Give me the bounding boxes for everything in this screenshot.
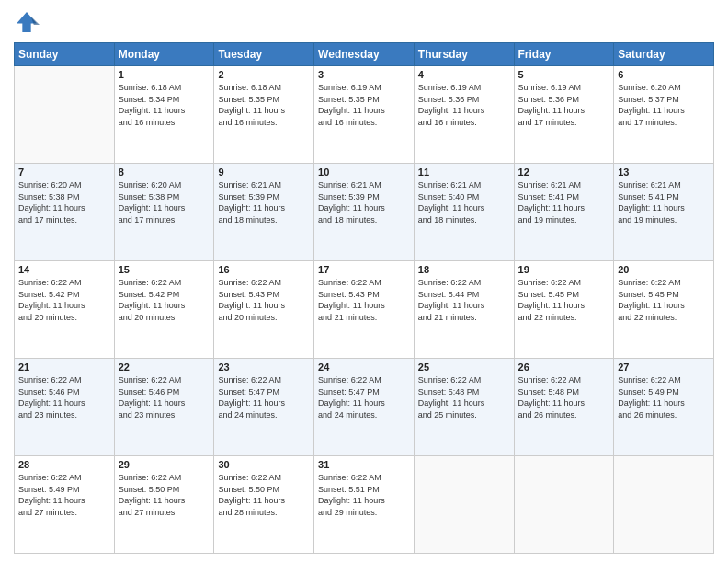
day-info: Sunrise: 6:21 AM Sunset: 5:41 PM Dayligh… — [618, 179, 710, 225]
calendar-table: SundayMondayTuesdayWednesdayThursdayFrid… — [14, 42, 714, 554]
day-info: Sunrise: 6:22 AM Sunset: 5:43 PM Dayligh… — [318, 277, 410, 323]
calendar-cell: 1Sunrise: 6:18 AM Sunset: 5:34 PM Daylig… — [114, 66, 214, 164]
day-number: 29 — [119, 459, 210, 470]
day-info: Sunrise: 6:22 AM Sunset: 5:47 PM Dayligh… — [218, 374, 310, 420]
calendar-cell: 23Sunrise: 6:22 AM Sunset: 5:47 PM Dayli… — [214, 359, 314, 456]
day-info: Sunrise: 6:22 AM Sunset: 5:42 PM Dayligh… — [18, 277, 110, 323]
day-number: 19 — [518, 264, 610, 275]
calendar-cell: 11Sunrise: 6:21 AM Sunset: 5:40 PM Dayli… — [414, 164, 514, 261]
day-number: 25 — [418, 362, 510, 373]
calendar-cell: 29Sunrise: 6:22 AM Sunset: 5:50 PM Dayli… — [114, 456, 214, 554]
calendar-cell: 19Sunrise: 6:22 AM Sunset: 5:45 PM Dayli… — [514, 261, 614, 359]
day-info: Sunrise: 6:22 AM Sunset: 5:45 PM Dayligh… — [518, 277, 610, 323]
day-info: Sunrise: 6:22 AM Sunset: 5:42 PM Dayligh… — [119, 277, 210, 323]
calendar-cell: 18Sunrise: 6:22 AM Sunset: 5:44 PM Dayli… — [414, 261, 514, 359]
logo-icon — [14, 9, 40, 35]
calendar-header-tuesday: Tuesday — [214, 43, 314, 66]
day-number: 7 — [18, 167, 110, 178]
logo — [14, 9, 43, 35]
calendar-cell: 12Sunrise: 6:21 AM Sunset: 5:41 PM Dayli… — [514, 164, 614, 261]
week-row-1: 1Sunrise: 6:18 AM Sunset: 5:34 PM Daylig… — [15, 66, 714, 164]
calendar-cell: 17Sunrise: 6:22 AM Sunset: 5:43 PM Dayli… — [314, 261, 415, 359]
day-info: Sunrise: 6:20 AM Sunset: 5:37 PM Dayligh… — [618, 82, 710, 128]
day-number: 23 — [218, 362, 310, 373]
calendar-cell: 2Sunrise: 6:18 AM Sunset: 5:35 PM Daylig… — [214, 66, 314, 164]
day-info: Sunrise: 6:19 AM Sunset: 5:36 PM Dayligh… — [418, 82, 510, 128]
week-row-3: 14Sunrise: 6:22 AM Sunset: 5:42 PM Dayli… — [15, 261, 714, 359]
calendar-cell: 20Sunrise: 6:22 AM Sunset: 5:45 PM Dayli… — [614, 261, 714, 359]
calendar-header-row: SundayMondayTuesdayWednesdayThursdayFrid… — [15, 43, 714, 66]
calendar-cell — [514, 456, 614, 554]
calendar-cell — [414, 456, 514, 554]
day-number: 22 — [119, 362, 210, 373]
calendar-cell: 21Sunrise: 6:22 AM Sunset: 5:46 PM Dayli… — [15, 359, 115, 456]
day-number: 2 — [218, 69, 310, 80]
day-number: 26 — [518, 362, 610, 373]
calendar-cell: 8Sunrise: 6:20 AM Sunset: 5:38 PM Daylig… — [114, 164, 214, 261]
calendar-cell: 6Sunrise: 6:20 AM Sunset: 5:37 PM Daylig… — [614, 66, 714, 164]
day-info: Sunrise: 6:21 AM Sunset: 5:41 PM Dayligh… — [518, 179, 610, 225]
day-number: 4 — [418, 69, 510, 80]
day-number: 18 — [418, 264, 510, 275]
day-info: Sunrise: 6:22 AM Sunset: 5:47 PM Dayligh… — [318, 374, 410, 420]
day-info: Sunrise: 6:19 AM Sunset: 5:35 PM Dayligh… — [318, 82, 410, 128]
day-info: Sunrise: 6:21 AM Sunset: 5:40 PM Dayligh… — [418, 179, 510, 225]
day-number: 1 — [119, 69, 210, 80]
calendar-cell: 26Sunrise: 6:22 AM Sunset: 5:48 PM Dayli… — [514, 359, 614, 456]
calendar-header-thursday: Thursday — [414, 43, 514, 66]
calendar-cell: 31Sunrise: 6:22 AM Sunset: 5:51 PM Dayli… — [314, 456, 415, 554]
calendar-header-monday: Monday — [114, 43, 214, 66]
day-number: 20 — [618, 264, 710, 275]
calendar-cell: 15Sunrise: 6:22 AM Sunset: 5:42 PM Dayli… — [114, 261, 214, 359]
calendar-cell: 4Sunrise: 6:19 AM Sunset: 5:36 PM Daylig… — [414, 66, 514, 164]
day-info: Sunrise: 6:22 AM Sunset: 5:48 PM Dayligh… — [518, 374, 610, 420]
calendar-header-wednesday: Wednesday — [314, 43, 415, 66]
calendar-cell: 28Sunrise: 6:22 AM Sunset: 5:49 PM Dayli… — [15, 456, 115, 554]
day-info: Sunrise: 6:22 AM Sunset: 5:44 PM Dayligh… — [418, 277, 510, 323]
day-number: 13 — [618, 167, 710, 178]
day-info: Sunrise: 6:19 AM Sunset: 5:36 PM Dayligh… — [518, 82, 610, 128]
day-info: Sunrise: 6:22 AM Sunset: 5:50 PM Dayligh… — [218, 472, 310, 518]
day-number: 27 — [618, 362, 710, 373]
day-info: Sunrise: 6:22 AM Sunset: 5:45 PM Dayligh… — [618, 277, 710, 323]
calendar-cell: 16Sunrise: 6:22 AM Sunset: 5:43 PM Dayli… — [214, 261, 314, 359]
page: SundayMondayTuesdayWednesdayThursdayFrid… — [0, 0, 728, 563]
calendar-cell: 5Sunrise: 6:19 AM Sunset: 5:36 PM Daylig… — [514, 66, 614, 164]
day-info: Sunrise: 6:22 AM Sunset: 5:49 PM Dayligh… — [618, 374, 710, 420]
day-number: 17 — [318, 264, 410, 275]
week-row-4: 21Sunrise: 6:22 AM Sunset: 5:46 PM Dayli… — [15, 359, 714, 456]
day-info: Sunrise: 6:22 AM Sunset: 5:51 PM Dayligh… — [318, 472, 410, 518]
day-info: Sunrise: 6:22 AM Sunset: 5:50 PM Dayligh… — [119, 472, 210, 518]
header — [14, 9, 714, 35]
day-info: Sunrise: 6:22 AM Sunset: 5:46 PM Dayligh… — [119, 374, 210, 420]
calendar-cell: 22Sunrise: 6:22 AM Sunset: 5:46 PM Dayli… — [114, 359, 214, 456]
day-number: 24 — [318, 362, 410, 373]
day-number: 3 — [318, 69, 410, 80]
day-info: Sunrise: 6:22 AM Sunset: 5:46 PM Dayligh… — [18, 374, 110, 420]
day-number: 31 — [318, 459, 410, 470]
day-number: 10 — [318, 167, 410, 178]
day-info: Sunrise: 6:21 AM Sunset: 5:39 PM Dayligh… — [318, 179, 410, 225]
day-number: 11 — [418, 167, 510, 178]
day-number: 8 — [119, 167, 210, 178]
calendar-cell: 27Sunrise: 6:22 AM Sunset: 5:49 PM Dayli… — [614, 359, 714, 456]
calendar-cell: 13Sunrise: 6:21 AM Sunset: 5:41 PM Dayli… — [614, 164, 714, 261]
day-number: 15 — [119, 264, 210, 275]
day-number: 16 — [218, 264, 310, 275]
calendar-cell: 10Sunrise: 6:21 AM Sunset: 5:39 PM Dayli… — [314, 164, 415, 261]
day-number: 5 — [518, 69, 610, 80]
calendar-cell: 7Sunrise: 6:20 AM Sunset: 5:38 PM Daylig… — [15, 164, 115, 261]
day-info: Sunrise: 6:21 AM Sunset: 5:39 PM Dayligh… — [218, 179, 310, 225]
week-row-5: 28Sunrise: 6:22 AM Sunset: 5:49 PM Dayli… — [15, 456, 714, 554]
calendar-cell: 30Sunrise: 6:22 AM Sunset: 5:50 PM Dayli… — [214, 456, 314, 554]
day-info: Sunrise: 6:20 AM Sunset: 5:38 PM Dayligh… — [119, 179, 210, 225]
day-number: 14 — [18, 264, 110, 275]
calendar-cell: 24Sunrise: 6:22 AM Sunset: 5:47 PM Dayli… — [314, 359, 415, 456]
day-info: Sunrise: 6:22 AM Sunset: 5:43 PM Dayligh… — [218, 277, 310, 323]
calendar-cell: 14Sunrise: 6:22 AM Sunset: 5:42 PM Dayli… — [15, 261, 115, 359]
calendar-header-sunday: Sunday — [15, 43, 115, 66]
day-number: 21 — [18, 362, 110, 373]
day-info: Sunrise: 6:22 AM Sunset: 5:48 PM Dayligh… — [418, 374, 510, 420]
day-number: 28 — [18, 459, 110, 470]
calendar-cell: 25Sunrise: 6:22 AM Sunset: 5:48 PM Dayli… — [414, 359, 514, 456]
